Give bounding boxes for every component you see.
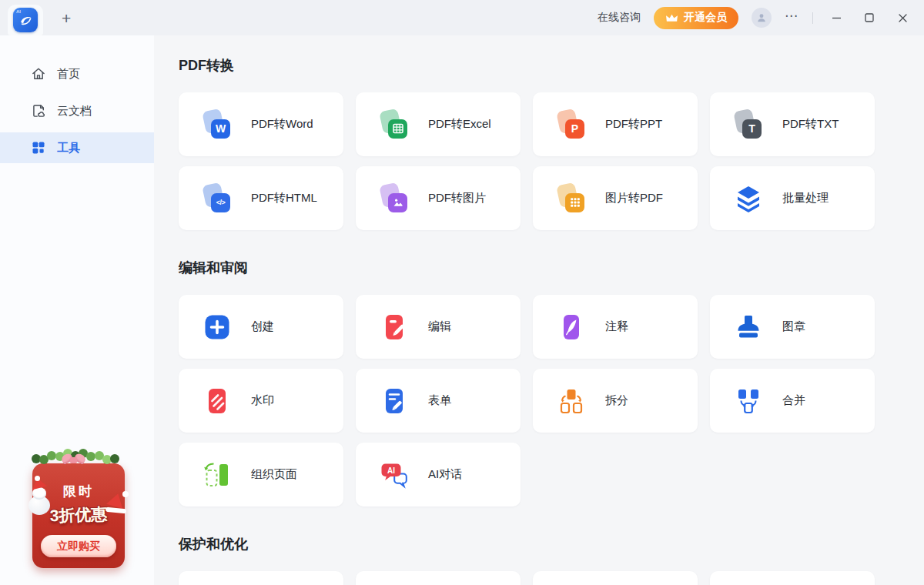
tool-card[interactable]: 注释 bbox=[533, 295, 698, 359]
tool-label: 创建 bbox=[251, 319, 274, 334]
app-tab[interactable]: AI bbox=[8, 5, 43, 35]
tool-grid: WPDF转WordPDF转ExcelPPDF转PPTTPDF转TXT</>PDF… bbox=[179, 92, 899, 230]
tool-label: PDF转Word bbox=[251, 117, 313, 132]
tool-label: 图片转PDF bbox=[605, 191, 663, 206]
tool-card-partial[interactable] bbox=[179, 571, 343, 585]
sidebar-item-cloud-docs[interactable]: 云文档 bbox=[0, 95, 154, 126]
section-title: 保护和优化 bbox=[179, 534, 899, 554]
titlebar: AI + 在线咨询 开通会员 ⋯ bbox=[0, 0, 924, 35]
sidebar-item-tools[interactable]: 工具 bbox=[0, 132, 154, 163]
sidebar-items: 首页云文档工具 bbox=[0, 35, 154, 163]
tool-card[interactable]: TPDF转TXT bbox=[710, 92, 875, 156]
tool-card[interactable]: 创建 bbox=[179, 295, 343, 359]
pdf-to-html-icon: </> bbox=[202, 183, 233, 214]
wreath-decoration bbox=[32, 447, 125, 473]
tool-card-partial[interactable] bbox=[710, 571, 875, 585]
tool-label: 图章 bbox=[782, 319, 805, 334]
tool-card[interactable]: 拆分 bbox=[533, 369, 698, 433]
sidebar: 首页云文档工具 限时 3折优惠 立即购买 bbox=[0, 35, 154, 585]
tool-card[interactable]: 批量处理 bbox=[710, 166, 875, 230]
organize-pages-icon bbox=[202, 460, 233, 490]
tool-grid: 创建编辑注释图章水印表单拆分合并组织页面AIAI对话 bbox=[179, 295, 899, 506]
tool-card-partial[interactable] bbox=[533, 571, 698, 585]
buy-now-button[interactable]: 立即购买 bbox=[41, 535, 116, 557]
promo-banner[interactable]: 限时 3折优惠 立即购买 bbox=[32, 447, 125, 568]
sidebar-item-label: 首页 bbox=[57, 67, 80, 82]
tool-card[interactable]: 组织页面 bbox=[179, 443, 343, 506]
tool-label: PDF转PPT bbox=[605, 117, 662, 132]
tool-label: 组织页面 bbox=[251, 467, 297, 482]
section-title: PDF转换 bbox=[179, 55, 899, 75]
member-button-label: 开通会员 bbox=[684, 11, 727, 25]
new-tab-button[interactable]: + bbox=[62, 10, 71, 26]
titlebar-divider bbox=[812, 12, 813, 24]
tool-card[interactable]: PDF转Excel bbox=[356, 92, 521, 156]
svg-text:AI: AI bbox=[387, 466, 395, 474]
edit-icon bbox=[379, 312, 410, 343]
pdf-to-excel-icon bbox=[379, 109, 410, 140]
sidebar-item-label: 工具 bbox=[57, 141, 80, 155]
split-icon bbox=[556, 386, 587, 416]
section-title: 编辑和审阅 bbox=[179, 258, 899, 278]
tool-card[interactable]: 图章 bbox=[710, 295, 875, 359]
app-logo-icon: AI bbox=[13, 8, 38, 32]
tool-card[interactable]: 合并 bbox=[710, 369, 875, 433]
maximize-button[interactable] bbox=[859, 8, 879, 28]
minimize-button[interactable] bbox=[826, 8, 846, 28]
tool-grid bbox=[179, 571, 899, 585]
tool-label: PDF转TXT bbox=[782, 117, 839, 132]
tool-card[interactable]: 表单 bbox=[356, 369, 521, 433]
merge-icon bbox=[733, 386, 764, 416]
tool-card[interactable]: WPDF转Word bbox=[179, 92, 343, 156]
tool-label: PDF转HTML bbox=[251, 191, 317, 206]
tool-label: 批量处理 bbox=[782, 191, 829, 206]
image-to-pdf-icon bbox=[556, 183, 587, 214]
pdf-to-ppt-icon: P bbox=[556, 109, 587, 140]
tool-card[interactable]: PDF转图片 bbox=[356, 166, 521, 230]
tool-card[interactable]: 图片转PDF bbox=[533, 166, 698, 230]
tool-card-partial[interactable] bbox=[356, 571, 521, 585]
tool-label: 水印 bbox=[251, 393, 274, 408]
tool-card[interactable]: </>PDF转HTML bbox=[179, 166, 343, 230]
cloud-doc-icon bbox=[31, 103, 46, 119]
crown-icon bbox=[665, 13, 678, 23]
tool-card[interactable]: PPDF转PPT bbox=[533, 92, 698, 156]
tool-label: 注释 bbox=[605, 319, 628, 334]
create-icon bbox=[202, 312, 233, 343]
pdf-to-txt-icon: T bbox=[733, 109, 764, 140]
tool-card[interactable]: AIAI对话 bbox=[356, 443, 521, 506]
tools-grid-icon bbox=[31, 140, 46, 155]
tool-label: 表单 bbox=[428, 393, 451, 408]
tool-card[interactable]: 水印 bbox=[179, 369, 343, 433]
ai-chat-icon: AI bbox=[379, 460, 410, 490]
pdf-to-image-icon bbox=[379, 183, 410, 214]
online-support-link[interactable]: 在线咨询 bbox=[598, 11, 641, 25]
stamp-icon bbox=[733, 312, 764, 343]
tool-sections: PDF转换WPDF转WordPDF转ExcelPPDF转PPTTPDF转TXT<… bbox=[154, 35, 924, 585]
watermark-icon bbox=[202, 386, 233, 416]
more-menu-icon[interactable]: ⋯ bbox=[785, 9, 799, 27]
home-icon bbox=[31, 66, 46, 82]
tool-label: PDF转Excel bbox=[428, 117, 491, 132]
tool-label: 编辑 bbox=[428, 319, 451, 334]
batch-process-icon bbox=[733, 183, 764, 214]
annotate-quill-icon bbox=[556, 312, 587, 343]
open-membership-button[interactable]: 开通会员 bbox=[654, 7, 738, 29]
tool-card[interactable]: 编辑 bbox=[356, 295, 521, 359]
santa-hat-decoration bbox=[105, 493, 129, 513]
tool-label: 合并 bbox=[782, 393, 805, 408]
tool-label: PDF转图片 bbox=[428, 191, 486, 206]
form-icon bbox=[379, 386, 410, 416]
tool-label: 拆分 bbox=[605, 393, 628, 408]
tool-label: AI对话 bbox=[428, 467, 462, 482]
user-avatar[interactable] bbox=[752, 8, 772, 28]
snowman-decoration bbox=[27, 480, 55, 515]
pdf-to-word-icon: W bbox=[202, 109, 233, 140]
sidebar-item-home[interactable]: 首页 bbox=[0, 58, 154, 89]
close-button[interactable] bbox=[892, 8, 912, 28]
sidebar-item-label: 云文档 bbox=[57, 104, 92, 119]
